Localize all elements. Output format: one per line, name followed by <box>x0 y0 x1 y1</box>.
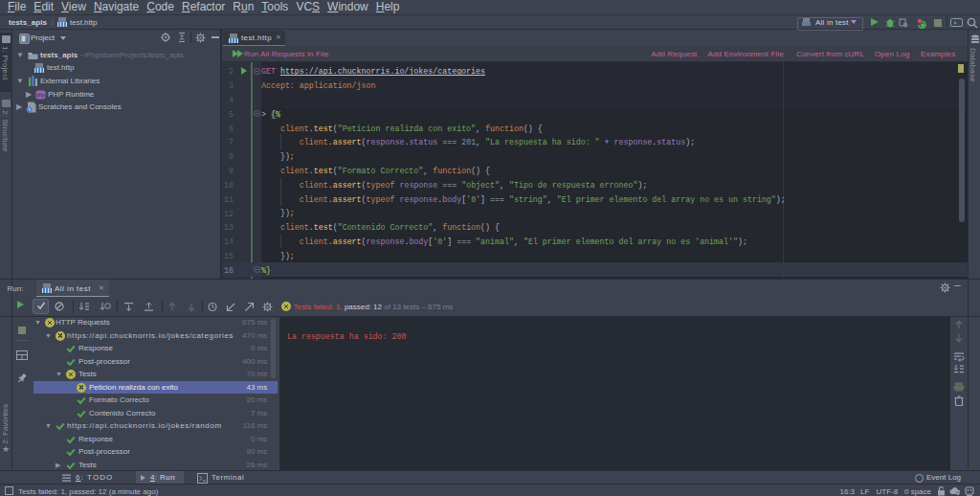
svg-text:php: php <box>36 92 45 98</box>
